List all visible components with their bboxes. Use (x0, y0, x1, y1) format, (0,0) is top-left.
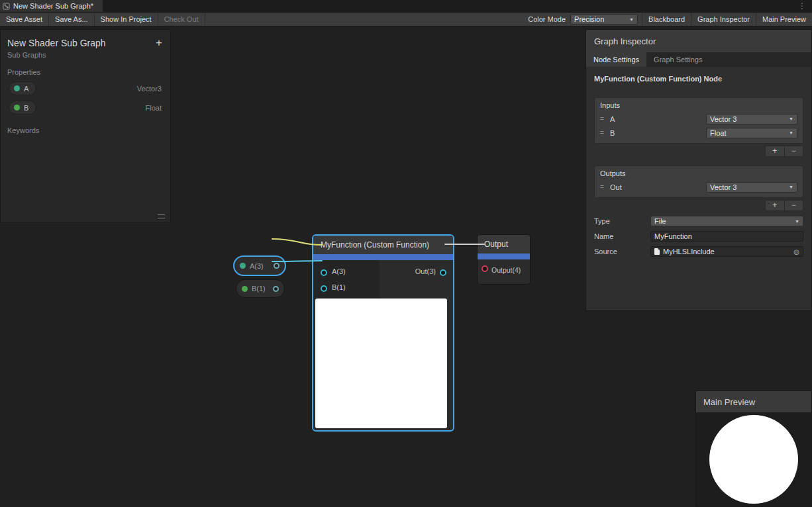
resize-handle[interactable] (158, 214, 165, 218)
property-pill[interactable]: B (9, 101, 36, 115)
output-type-dropdown[interactable]: Vector 3 ▼ (706, 182, 797, 193)
add-output-button[interactable]: + (766, 201, 784, 210)
property-color-dot (14, 85, 20, 91)
node-accent-strip (478, 254, 530, 259)
reorder-handle-icon[interactable]: = (600, 115, 610, 122)
add-property-button[interactable]: + (156, 38, 162, 48)
name-input[interactable]: MyFunction (650, 231, 803, 242)
output-node[interactable]: Output Output(4) (477, 234, 531, 285)
property-type: Vector3 (137, 85, 162, 93)
check-out-button: Check Out (158, 13, 205, 26)
chevron-down-icon: ▼ (789, 116, 793, 121)
file-icon (654, 248, 660, 255)
remove-input-button[interactable]: − (784, 146, 803, 156)
chevron-down-icon: ▼ (795, 219, 799, 224)
property-node-a[interactable]: A(3) (233, 255, 286, 276)
input-type-dropdown[interactable]: Float ▼ (706, 128, 797, 138)
show-in-project-button[interactable]: Show In Project (95, 13, 158, 26)
reorder-handle-icon[interactable]: = (600, 129, 610, 136)
source-object-field[interactable]: MyHLSLInclude ◎ (650, 246, 803, 257)
inputs-box: Inputs = A Vector 3 ▼ = B Float ▼ (594, 97, 803, 144)
node-input-column (313, 260, 380, 300)
input-port-label: B(1) (332, 283, 346, 291)
main-preview-viewport[interactable] (696, 412, 811, 506)
property-output-port[interactable] (273, 286, 279, 292)
type-value: File (654, 217, 666, 225)
output-port-label: Out(3) (415, 267, 436, 275)
properties-section-label: Properties (1, 59, 170, 79)
main-preview-panel: Main Preview (695, 391, 812, 507)
outputs-box: Outputs = Out Vector 3 ▼ (594, 165, 803, 198)
inspector-title: Graph Inspector (586, 30, 811, 52)
output-type-value: Vector 3 (710, 183, 736, 191)
main-preview-title: Main Preview (696, 391, 811, 412)
output-row[interactable]: = Out Vector 3 ▼ (595, 180, 803, 194)
input-row[interactable]: = B Float ▼ (595, 126, 803, 140)
source-field-label: Source (594, 248, 650, 255)
property-pill[interactable]: A (9, 81, 36, 95)
name-field: Name MyFunction (594, 231, 803, 242)
input-type-dropdown[interactable]: Vector 3 ▼ (706, 114, 797, 124)
type-dropdown[interactable]: File ▼ (650, 216, 803, 226)
color-mode-value: Precision (574, 15, 604, 23)
overflow-menu-icon[interactable]: ⋮ (795, 0, 809, 12)
inspector-tabs: Node Settings Graph Settings (586, 52, 811, 67)
keywords-section-label: Keywords (1, 117, 170, 137)
output-port-label: Output(4) (491, 266, 521, 274)
color-mode-dropdown[interactable]: Precision ▼ (570, 14, 638, 24)
property-name: A (24, 85, 28, 93)
output-input-port[interactable] (482, 265, 488, 272)
property-output-port[interactable] (274, 263, 279, 269)
output-name: Out (610, 183, 706, 191)
type-field: Type File ▼ (594, 216, 803, 226)
property-node-label: A(3) (250, 262, 264, 270)
save-as-button[interactable]: Save As... (49, 13, 95, 26)
input-row[interactable]: = A Vector 3 ▼ (595, 112, 803, 126)
input-type-value: Vector 3 (710, 115, 736, 123)
property-type: Float (146, 104, 162, 112)
input-port-label: A(3) (332, 267, 346, 275)
object-picker-icon[interactable]: ◎ (793, 248, 799, 255)
tab-graph-settings[interactable]: Graph Settings (646, 52, 709, 67)
main-toolbar: Save Asset Save As... Show In Project Ch… (0, 12, 812, 26)
input-name: A (610, 115, 706, 123)
property-color-dot (240, 263, 246, 269)
remove-output-button[interactable]: − (784, 201, 803, 210)
node-accent-strip (313, 254, 453, 260)
input-port-b[interactable] (321, 285, 327, 292)
property-node-b[interactable]: B(1) (236, 279, 285, 298)
outputs-box-title: Outputs (595, 166, 803, 180)
preview-sphere (709, 415, 798, 504)
reorder-handle-icon[interactable]: = (600, 183, 610, 191)
source-field: Source MyHLSLInclude ◎ (594, 246, 803, 257)
tab-bar: New Shader Sub Graph* ⋮ (0, 0, 812, 12)
chevron-down-icon: ▼ (789, 185, 793, 189)
property-row[interactable]: B Float (1, 98, 170, 117)
blackboard-panel: New Shader Sub Graph + Sub Graphs Proper… (0, 29, 171, 223)
save-asset-button[interactable]: Save Asset (0, 13, 49, 26)
type-field-label: Type (594, 217, 650, 225)
output-port-out[interactable] (440, 269, 446, 276)
name-value: MyFunction (654, 232, 692, 240)
blackboard-toggle-button[interactable]: Blackboard (642, 13, 691, 26)
graph-inspector-toggle-button[interactable]: Graph Inspector (691, 13, 756, 26)
add-input-button[interactable]: + (766, 146, 784, 156)
tab-node-settings[interactable]: Node Settings (586, 52, 646, 67)
property-row[interactable]: A Vector3 (1, 79, 170, 98)
node-settings-heading: MyFunction (Custom Function) Node (594, 75, 803, 83)
source-value: MyHLSLInclude (663, 248, 715, 255)
property-color-dot (14, 105, 20, 111)
chevron-down-icon: ▼ (789, 130, 793, 135)
document-tab[interactable]: New Shader Sub Graph* (0, 0, 103, 12)
color-mode-label: Color Mode (523, 15, 570, 23)
outputs-add-remove-toolbar: + − (765, 200, 803, 211)
node-title: Output (478, 235, 530, 254)
blackboard-title: New Shader Sub Graph (1, 30, 170, 48)
input-port-a[interactable] (321, 269, 327, 276)
myfunction-node[interactable]: MyFunction (Custom Function) A(3) B(1) O… (312, 234, 454, 432)
blackboard-subtitle: Sub Graphs (1, 48, 170, 59)
input-name: B (610, 129, 706, 137)
tab-title: New Shader Sub Graph* (13, 2, 93, 10)
main-preview-toggle-button[interactable]: Main Preview (756, 13, 812, 26)
name-field-label: Name (594, 232, 650, 240)
